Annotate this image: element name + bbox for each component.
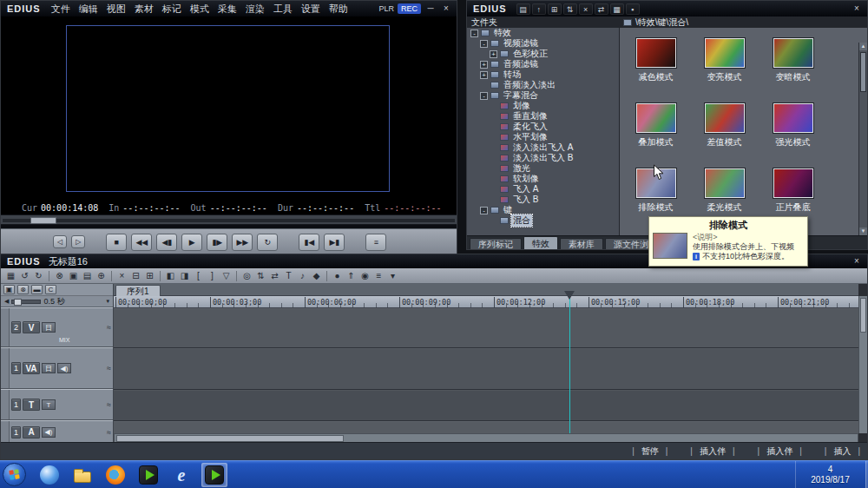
track-expand-icon[interactable]: ≈ xyxy=(107,364,111,373)
view-icon[interactable]: ▦ xyxy=(610,3,624,15)
undo-icon[interactable]: ↺ xyxy=(18,270,31,282)
speed-up-button[interactable]: ▷ xyxy=(71,235,85,248)
player-position-slider[interactable] xyxy=(1,214,457,225)
sort-icon[interactable]: ⇅ xyxy=(563,3,577,15)
loop-button[interactable]: ↻ xyxy=(257,234,278,251)
expander-icon[interactable]: - xyxy=(480,92,488,100)
track-area[interactable] xyxy=(114,308,858,433)
link-icon[interactable]: ⇄ xyxy=(595,3,608,15)
im-app-icon[interactable] xyxy=(36,463,62,487)
tree-item[interactable]: +色彩校正 xyxy=(467,49,619,59)
scroll-up-icon[interactable]: ▲ xyxy=(859,43,867,50)
player-menu-button[interactable]: ≡ xyxy=(365,234,386,251)
transition-icon[interactable]: ◆ xyxy=(310,270,323,282)
trim-in-icon[interactable]: ◧ xyxy=(164,270,177,282)
tree-item[interactable]: 淡入淡出飞入 B xyxy=(467,153,619,163)
folder-icon[interactable]: ▤ xyxy=(516,3,530,15)
close-icon[interactable]: × xyxy=(440,3,452,14)
close-icon[interactable]: × xyxy=(851,3,863,14)
track-header[interactable]: 1TT≈ xyxy=(1,389,113,420)
track-height-icon[interactable]: ≡ xyxy=(372,270,385,282)
audio-mixer-icon[interactable]: ♪ xyxy=(296,270,309,282)
ripple-delete-icon[interactable]: ⊟ xyxy=(129,270,142,282)
insert-mode-icon[interactable]: ⇄ xyxy=(268,270,281,282)
expander-icon[interactable]: + xyxy=(480,61,488,69)
vertical-scrollbar[interactable]: ▲ ▼ xyxy=(858,43,867,235)
tree-item[interactable]: 软划像 xyxy=(467,174,619,184)
effect-item[interactable]: 强光模式 xyxy=(759,96,827,162)
move-up-icon[interactable]: ↑ xyxy=(532,3,546,15)
effect-item[interactable]: 差值模式 xyxy=(690,96,759,162)
redo-icon[interactable]: ↻ xyxy=(32,270,45,282)
palette-tab[interactable]: 素材库 xyxy=(560,238,603,249)
menu-item[interactable]: 渲染 xyxy=(241,3,269,16)
expander-icon[interactable]: - xyxy=(480,207,488,214)
new-folder-icon[interactable]: ⊞ xyxy=(548,3,562,15)
playhead-line[interactable] xyxy=(569,296,570,433)
track-header[interactable]: 2V日MIX≈ xyxy=(1,307,113,347)
toolbar-menu-icon[interactable]: ▾ xyxy=(386,270,399,282)
expander-icon[interactable]: + xyxy=(490,50,497,58)
firefox-icon[interactable] xyxy=(102,463,128,487)
sequence-tab[interactable]: 序列1 xyxy=(115,285,161,296)
menu-item[interactable]: 文件 xyxy=(47,3,75,16)
track-expand-icon[interactable]: ≈ xyxy=(107,400,111,409)
menu-item[interactable]: 帮助 xyxy=(325,3,352,16)
speed-down-button[interactable]: ◁ xyxy=(53,235,67,248)
track-expand-icon[interactable]: ≈ xyxy=(107,323,111,332)
start-button[interactable] xyxy=(3,463,26,486)
cut-icon[interactable]: ⊗ xyxy=(53,270,66,282)
scroll-down-icon[interactable]: ▼ xyxy=(859,228,867,235)
menu-item[interactable]: 工具 xyxy=(269,3,297,16)
fast-forward-button[interactable]: ▶▶ xyxy=(232,234,253,251)
timeline-ruler[interactable]: 00:00:00;0000:00:03;0000:00:06;0000:00:0… xyxy=(114,296,858,308)
tree-item[interactable]: 混合 xyxy=(467,215,619,226)
rec-mode-button[interactable]: REC xyxy=(398,3,421,14)
capture-tool-icon[interactable]: C xyxy=(45,285,56,294)
video-enable-button[interactable]: 日 xyxy=(42,363,56,373)
effect-item[interactable]: 变亮模式 xyxy=(690,31,759,96)
expander-icon[interactable]: - xyxy=(470,30,478,37)
audio-enable-button[interactable]: ◀) xyxy=(57,363,71,373)
set-out-icon[interactable]: ] xyxy=(206,270,219,282)
palette-tab[interactable]: 序列标记 xyxy=(470,238,522,249)
minimize-icon[interactable]: ─ xyxy=(424,3,437,14)
tree-item[interactable]: 音频淡入淡出 xyxy=(467,80,619,90)
close-icon[interactable]: × xyxy=(851,256,863,267)
delete-icon[interactable]: × xyxy=(115,270,128,282)
zoom-menu-icon[interactable]: ▾ xyxy=(106,298,109,305)
palette-tab[interactable]: 特效 xyxy=(523,236,558,249)
lock-icon[interactable]: ▪ xyxy=(626,3,640,15)
tree-item[interactable]: -特效 xyxy=(467,28,619,38)
set-in-icon[interactable]: [ xyxy=(192,270,205,282)
vertical-scrollbar[interactable] xyxy=(858,296,867,433)
zoom-slider[interactable] xyxy=(11,300,41,304)
scrollbar-thumb[interactable] xyxy=(860,298,866,333)
track-header[interactable]: 1VA日◀)≈ xyxy=(1,347,113,389)
menu-item[interactable]: 设置 xyxy=(297,3,325,16)
system-tray[interactable]: 4 2019/8/17 xyxy=(795,461,865,488)
menu-item[interactable]: 编辑 xyxy=(75,3,102,16)
goto-out-button[interactable]: ▶▮ xyxy=(324,234,345,251)
select-tool-icon[interactable]: ▣ xyxy=(3,285,15,294)
track-expand-icon[interactable]: ≈ xyxy=(107,428,111,437)
cut-tool-icon[interactable]: ⊗ xyxy=(17,285,29,294)
effect-item[interactable]: 变暗模式 xyxy=(759,31,827,96)
edius-active-app-icon[interactable] xyxy=(201,463,227,487)
next-frame-button[interactable]: ▮▶ xyxy=(207,234,227,251)
save-icon[interactable]: ▦ xyxy=(4,270,17,282)
file-explorer-icon[interactable] xyxy=(69,463,95,487)
playhead-handle[interactable] xyxy=(564,291,575,300)
sync-mode-icon[interactable]: ⇅ xyxy=(254,270,267,282)
scrollbar-thumb[interactable] xyxy=(860,52,866,92)
copy-icon[interactable]: ▣ xyxy=(67,270,80,282)
menu-item[interactable]: 视图 xyxy=(102,3,130,16)
range-tool-icon[interactable]: ▬ xyxy=(31,285,43,294)
zoom-slider-thumb[interactable] xyxy=(14,299,22,306)
menu-item[interactable]: 采集 xyxy=(214,3,241,16)
tree-item[interactable]: +音频滤镜 xyxy=(467,59,619,69)
tree-item[interactable]: -字幕混合 xyxy=(467,90,619,101)
tree-item[interactable]: -键 xyxy=(467,205,619,215)
replace-icon[interactable]: ⊕ xyxy=(95,270,108,282)
track-header[interactable]: 1A◀)≈ xyxy=(1,420,113,444)
